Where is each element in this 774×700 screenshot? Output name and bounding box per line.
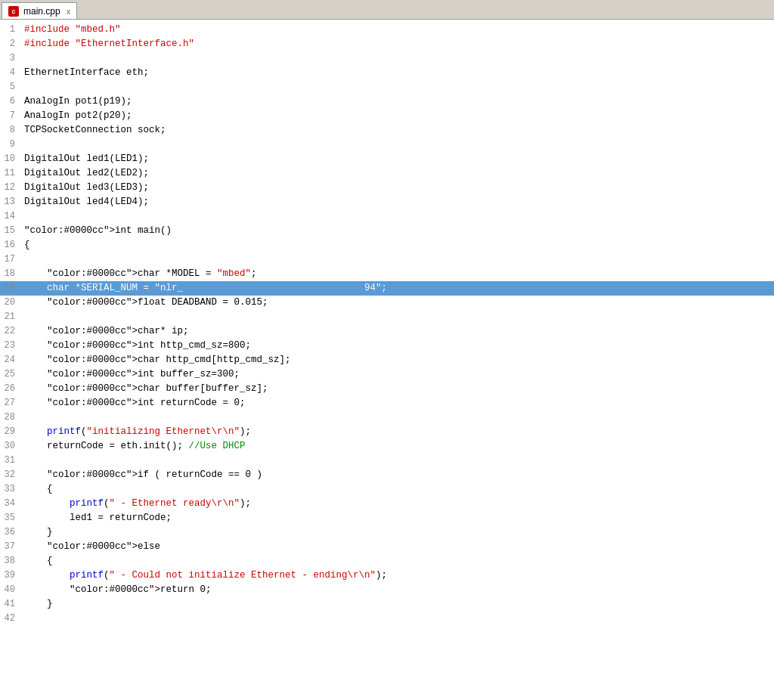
line-number: 38 (0, 554, 21, 568)
line-content: "color:#0000cc">int main() (21, 224, 774, 238)
code-line: 32 "color:#0000cc">if ( returnCode == 0 … (0, 468, 774, 482)
line-content: printf("initializing Ethernet\r\n"); (21, 425, 774, 439)
line-number: 12 (0, 181, 21, 195)
code-line: 35 led1 = returnCode; (0, 511, 774, 525)
line-number: 42 (0, 612, 21, 626)
line-number: 32 (0, 468, 21, 482)
line-number: 16 (0, 238, 21, 252)
line-content: #include "mbed.h" (21, 23, 774, 37)
line-number: 21 (0, 310, 21, 324)
code-line: 5 (0, 80, 774, 94)
code-line: 13DigitalOut led4(LED4); (0, 195, 774, 209)
line-content: { (21, 554, 774, 568)
code-line: 23 "color:#0000cc">int http_cmd_sz=800; (0, 339, 774, 353)
code-line: 39 printf(" - Could not initialize Ether… (0, 568, 774, 583)
line-content: printf(" - Could not initialize Ethernet… (21, 568, 774, 583)
line-content: "color:#0000cc">int returnCode = 0; (21, 396, 774, 410)
code-line: 3 (0, 51, 774, 66)
code-line: 17 (0, 252, 774, 267)
line-content: printf(" - Ethernet ready\r\n"); (21, 497, 774, 511)
line-content: } (21, 525, 774, 540)
line-content: "color:#0000cc">int http_cmd_sz=800; (21, 339, 774, 353)
code-line: 14 (0, 209, 774, 224)
line-number: 37 (0, 540, 21, 554)
line-number: 9 (0, 138, 21, 152)
tab-filename: main.cpp (23, 6, 60, 17)
line-content (21, 252, 774, 267)
line-number: 28 (0, 410, 21, 425)
code-line: 38 { (0, 554, 774, 568)
code-line: 28 (0, 410, 774, 425)
line-content: AnalogIn pot1(p19); (21, 94, 774, 109)
line-content (21, 80, 774, 94)
code-editor[interactable]: 1#include "mbed.h"2#include "EthernetInt… (0, 20, 774, 700)
line-content: DigitalOut led3(LED3); (21, 181, 774, 195)
line-content: } (21, 597, 774, 612)
code-line: 37 "color:#0000cc">else (0, 540, 774, 554)
line-content (21, 612, 774, 626)
line-content: led1 = returnCode; (21, 511, 774, 525)
code-line: 34 printf(" - Ethernet ready\r\n"); (0, 497, 774, 511)
code-line: 30 returnCode = eth.init(); //Use DHCP (0, 439, 774, 454)
line-number: 18 (0, 267, 21, 281)
line-number: 6 (0, 94, 21, 109)
line-number: 4 (0, 66, 21, 80)
line-content: "color:#0000cc">char *MODEL = "mbed"; (21, 267, 774, 281)
code-line: 22 "color:#0000cc">char* ip; (0, 324, 774, 339)
line-content (21, 310, 774, 324)
line-number: 23 (0, 339, 21, 353)
line-content: #include "EthernetInterface.h" (21, 37, 774, 51)
code-line: 2#include "EthernetInterface.h" (0, 37, 774, 51)
line-number: 11 (0, 166, 21, 181)
line-content: { (21, 238, 774, 252)
line-number: 3 (0, 51, 21, 66)
line-number: 1 (0, 23, 21, 37)
line-content: char *SERIAL_NUM = "nlr_ 94"; (21, 281, 774, 296)
code-line: 11DigitalOut led2(LED2); (0, 166, 774, 181)
line-content: EthernetInterface eth; (21, 66, 774, 80)
code-line: 31 (0, 454, 774, 468)
line-number: 33 (0, 482, 21, 497)
code-line: 16{ (0, 238, 774, 252)
line-number: 26 (0, 382, 21, 396)
line-content: "color:#0000cc">char* ip; (21, 324, 774, 339)
code-line: 20 "color:#0000cc">float DEADBAND = 0.01… (0, 296, 774, 310)
line-number: 13 (0, 195, 21, 209)
line-number: 40 (0, 583, 21, 597)
code-line: 29 printf("initializing Ethernet\r\n"); (0, 425, 774, 439)
line-content: DigitalOut led1(LED1); (21, 152, 774, 166)
line-content (21, 51, 774, 66)
line-content: "color:#0000cc">else (21, 540, 774, 554)
line-number: 20 (0, 296, 21, 310)
line-number: 24 (0, 353, 21, 367)
line-content: "color:#0000cc">int buffer_sz=300; (21, 367, 774, 382)
code-line: 18 "color:#0000cc">char *MODEL = "mbed"; (0, 267, 774, 281)
code-line: 42 (0, 612, 774, 626)
code-line: 15"color:#0000cc">int main() (0, 224, 774, 238)
line-content: "color:#0000cc">char buffer[buffer_sz]; (21, 382, 774, 396)
line-number: 19 (0, 281, 21, 296)
line-content (21, 454, 774, 468)
code-line: 12DigitalOut led3(LED3); (0, 181, 774, 195)
line-number: 17 (0, 252, 21, 267)
code-line: 24 "color:#0000cc">char http_cmd[http_cm… (0, 353, 774, 367)
code-line: 7AnalogIn pot2(p20); (0, 109, 774, 123)
file-tab[interactable]: c main.cpp x (2, 2, 77, 19)
line-content (21, 138, 774, 152)
line-number: 15 (0, 224, 21, 238)
line-number: 27 (0, 396, 21, 410)
code-line: 4EthernetInterface eth; (0, 66, 774, 80)
code-line: 33 { (0, 482, 774, 497)
code-line: 27 "color:#0000cc">int returnCode = 0; (0, 396, 774, 410)
code-line: 21 (0, 310, 774, 324)
code-line: 9 (0, 138, 774, 152)
line-content: "color:#0000cc">return 0; (21, 583, 774, 597)
line-number: 7 (0, 109, 21, 123)
line-number: 41 (0, 597, 21, 612)
line-number: 8 (0, 123, 21, 138)
line-content (21, 410, 774, 425)
line-content (21, 209, 774, 224)
tab-close-button[interactable]: x (67, 7, 71, 16)
line-content: "color:#0000cc">if ( returnCode == 0 ) (21, 468, 774, 482)
code-line: 1#include "mbed.h" (0, 23, 774, 37)
